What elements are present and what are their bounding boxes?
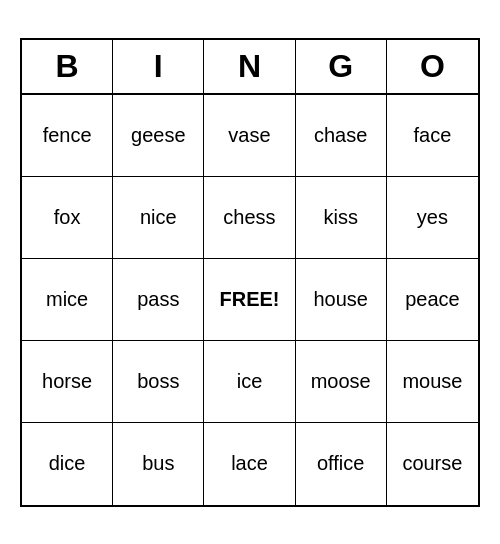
- bingo-grid: fence geese vase chase face fox nice che…: [22, 95, 478, 505]
- cell-4-4[interactable]: course: [387, 423, 478, 505]
- cell-2-0[interactable]: mice: [22, 259, 113, 341]
- cell-1-1[interactable]: nice: [113, 177, 204, 259]
- header-o: O: [387, 40, 478, 93]
- cell-3-3[interactable]: moose: [296, 341, 387, 423]
- cell-1-0[interactable]: fox: [22, 177, 113, 259]
- bingo-header: B I N G O: [22, 40, 478, 95]
- bingo-card: B I N G O fence geese vase chase face fo…: [20, 38, 480, 507]
- header-n: N: [204, 40, 295, 93]
- cell-4-2[interactable]: lace: [204, 423, 295, 505]
- header-g: G: [296, 40, 387, 93]
- cell-1-3[interactable]: kiss: [296, 177, 387, 259]
- cell-2-2-free[interactable]: FREE!: [204, 259, 295, 341]
- cell-3-0[interactable]: horse: [22, 341, 113, 423]
- cell-0-0[interactable]: fence: [22, 95, 113, 177]
- cell-0-2[interactable]: vase: [204, 95, 295, 177]
- cell-3-1[interactable]: boss: [113, 341, 204, 423]
- cell-1-4[interactable]: yes: [387, 177, 478, 259]
- cell-2-3[interactable]: house: [296, 259, 387, 341]
- header-i: I: [113, 40, 204, 93]
- cell-4-0[interactable]: dice: [22, 423, 113, 505]
- cell-3-2[interactable]: ice: [204, 341, 295, 423]
- cell-0-1[interactable]: geese: [113, 95, 204, 177]
- cell-1-2[interactable]: chess: [204, 177, 295, 259]
- cell-2-1[interactable]: pass: [113, 259, 204, 341]
- header-b: B: [22, 40, 113, 93]
- cell-4-3[interactable]: office: [296, 423, 387, 505]
- cell-3-4[interactable]: mouse: [387, 341, 478, 423]
- cell-0-3[interactable]: chase: [296, 95, 387, 177]
- cell-4-1[interactable]: bus: [113, 423, 204, 505]
- cell-0-4[interactable]: face: [387, 95, 478, 177]
- cell-2-4[interactable]: peace: [387, 259, 478, 341]
